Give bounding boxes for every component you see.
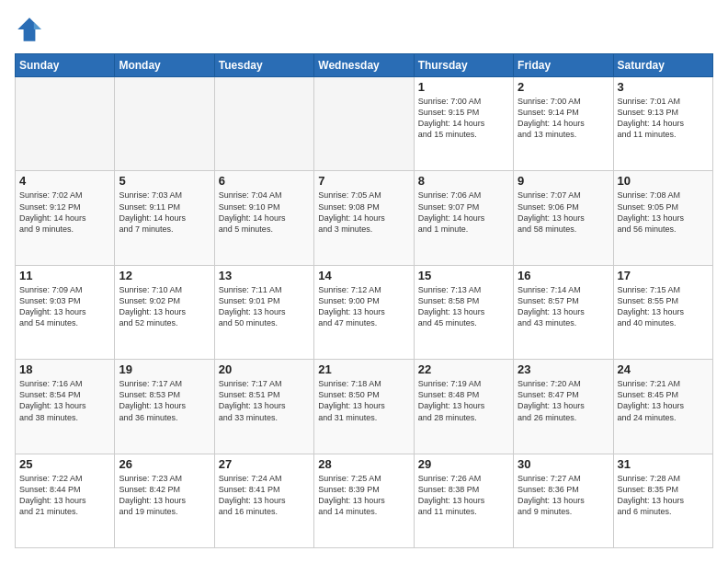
day-number: 14 [318, 269, 409, 282]
day-info: Sunrise: 7:11 AM Sunset: 9:01 PM Dayligh… [219, 284, 310, 329]
day-number: 1 [418, 80, 509, 94]
day-number: 25 [19, 457, 110, 471]
col-header-tuesday: Tuesday [214, 54, 313, 77]
day-info: Sunrise: 7:10 AM Sunset: 9:02 PM Dayligh… [119, 284, 210, 329]
day-info: Sunrise: 7:16 AM Sunset: 8:54 PM Dayligh… [19, 378, 110, 423]
page: SundayMondayTuesdayWednesdayThursdayFrid… [0, 0, 728, 563]
week-row-5: 25Sunrise: 7:22 AM Sunset: 8:44 PM Dayli… [16, 454, 713, 547]
day-info: Sunrise: 7:03 AM Sunset: 9:11 PM Dayligh… [119, 190, 210, 235]
logo-icon [15, 15, 44, 44]
day-info: Sunrise: 7:12 AM Sunset: 9:00 PM Dayligh… [318, 284, 409, 329]
day-info: Sunrise: 7:06 AM Sunset: 9:07 PM Dayligh… [418, 190, 509, 235]
day-number: 27 [219, 457, 310, 471]
day-number: 17 [618, 269, 709, 282]
day-cell: 24Sunrise: 7:21 AM Sunset: 8:45 PM Dayli… [613, 360, 712, 454]
col-header-wednesday: Wednesday [314, 54, 414, 77]
day-number: 22 [418, 362, 509, 376]
logo [15, 15, 48, 44]
day-cell: 20Sunrise: 7:17 AM Sunset: 8:51 PM Dayli… [214, 360, 313, 454]
calendar-table: SundayMondayTuesdayWednesdayThursdayFrid… [15, 53, 713, 548]
day-cell: 5Sunrise: 7:03 AM Sunset: 9:11 PM Daylig… [115, 171, 214, 265]
day-number: 4 [19, 174, 110, 188]
day-cell: 19Sunrise: 7:17 AM Sunset: 8:53 PM Dayli… [115, 360, 214, 454]
day-cell: 29Sunrise: 7:26 AM Sunset: 8:38 PM Dayli… [414, 454, 513, 547]
day-info: Sunrise: 7:09 AM Sunset: 9:03 PM Dayligh… [19, 284, 110, 329]
day-cell [115, 77, 214, 171]
header-row: SundayMondayTuesdayWednesdayThursdayFrid… [16, 54, 713, 77]
day-number: 23 [518, 362, 609, 376]
day-number: 26 [119, 457, 210, 471]
col-header-friday: Friday [514, 54, 613, 77]
day-cell: 17Sunrise: 7:15 AM Sunset: 8:55 PM Dayli… [613, 265, 712, 359]
day-number: 2 [518, 80, 609, 94]
day-info: Sunrise: 7:14 AM Sunset: 8:57 PM Dayligh… [518, 284, 609, 329]
day-cell: 27Sunrise: 7:24 AM Sunset: 8:41 PM Dayli… [214, 454, 313, 547]
day-number: 30 [518, 457, 609, 471]
col-header-thursday: Thursday [414, 54, 513, 77]
day-info: Sunrise: 7:20 AM Sunset: 8:47 PM Dayligh… [518, 378, 609, 423]
day-cell: 15Sunrise: 7:13 AM Sunset: 8:58 PM Dayli… [414, 265, 513, 359]
day-number: 12 [119, 269, 210, 282]
day-info: Sunrise: 7:00 AM Sunset: 9:15 PM Dayligh… [418, 96, 509, 141]
day-cell: 4Sunrise: 7:02 AM Sunset: 9:12 PM Daylig… [16, 171, 115, 265]
day-cell: 18Sunrise: 7:16 AM Sunset: 8:54 PM Dayli… [16, 360, 115, 454]
day-info: Sunrise: 7:26 AM Sunset: 8:38 PM Dayligh… [418, 473, 509, 518]
day-number: 31 [618, 457, 709, 471]
day-number: 9 [518, 174, 609, 188]
day-info: Sunrise: 7:23 AM Sunset: 8:42 PM Dayligh… [119, 473, 210, 518]
day-cell: 7Sunrise: 7:05 AM Sunset: 9:08 PM Daylig… [314, 171, 414, 265]
day-info: Sunrise: 7:17 AM Sunset: 8:51 PM Dayligh… [219, 378, 310, 423]
day-info: Sunrise: 7:25 AM Sunset: 8:39 PM Dayligh… [318, 473, 409, 518]
day-cell: 3Sunrise: 7:01 AM Sunset: 9:13 PM Daylig… [613, 77, 712, 171]
col-header-saturday: Saturday [613, 54, 712, 77]
day-number: 3 [618, 80, 709, 94]
day-number: 29 [418, 457, 509, 471]
week-row-2: 4Sunrise: 7:02 AM Sunset: 9:12 PM Daylig… [16, 171, 713, 265]
day-info: Sunrise: 7:15 AM Sunset: 8:55 PM Dayligh… [618, 284, 709, 329]
day-cell: 22Sunrise: 7:19 AM Sunset: 8:48 PM Dayli… [414, 360, 513, 454]
day-number: 24 [618, 362, 709, 376]
col-header-monday: Monday [115, 54, 214, 77]
day-cell: 11Sunrise: 7:09 AM Sunset: 9:03 PM Dayli… [16, 265, 115, 359]
day-number: 8 [418, 174, 509, 188]
day-cell: 2Sunrise: 7:00 AM Sunset: 9:14 PM Daylig… [514, 77, 613, 171]
day-number: 11 [19, 269, 110, 282]
day-cell: 31Sunrise: 7:28 AM Sunset: 8:35 PM Dayli… [613, 454, 712, 547]
day-cell [16, 77, 115, 171]
day-info: Sunrise: 7:07 AM Sunset: 9:06 PM Dayligh… [518, 190, 609, 235]
day-number: 10 [618, 174, 709, 188]
week-row-4: 18Sunrise: 7:16 AM Sunset: 8:54 PM Dayli… [16, 360, 713, 454]
day-cell: 12Sunrise: 7:10 AM Sunset: 9:02 PM Dayli… [115, 265, 214, 359]
day-info: Sunrise: 7:04 AM Sunset: 9:10 PM Dayligh… [219, 190, 310, 235]
day-info: Sunrise: 7:17 AM Sunset: 8:53 PM Dayligh… [119, 378, 210, 423]
day-info: Sunrise: 7:05 AM Sunset: 9:08 PM Dayligh… [318, 190, 409, 235]
day-number: 18 [19, 362, 110, 376]
day-cell: 10Sunrise: 7:08 AM Sunset: 9:05 PM Dayli… [613, 171, 712, 265]
day-info: Sunrise: 7:01 AM Sunset: 9:13 PM Dayligh… [618, 96, 709, 141]
day-cell: 28Sunrise: 7:25 AM Sunset: 8:39 PM Dayli… [314, 454, 414, 547]
day-info: Sunrise: 7:19 AM Sunset: 8:48 PM Dayligh… [418, 378, 509, 423]
day-number: 19 [119, 362, 210, 376]
day-cell [314, 77, 414, 171]
day-number: 5 [119, 174, 210, 188]
week-row-1: 1Sunrise: 7:00 AM Sunset: 9:15 PM Daylig… [16, 77, 713, 171]
day-cell [214, 77, 313, 171]
day-info: Sunrise: 7:13 AM Sunset: 8:58 PM Dayligh… [418, 284, 509, 329]
day-number: 15 [418, 269, 509, 282]
day-info: Sunrise: 7:02 AM Sunset: 9:12 PM Dayligh… [19, 190, 110, 235]
day-info: Sunrise: 7:08 AM Sunset: 9:05 PM Dayligh… [618, 190, 709, 235]
day-cell: 6Sunrise: 7:04 AM Sunset: 9:10 PM Daylig… [214, 171, 313, 265]
day-cell: 14Sunrise: 7:12 AM Sunset: 9:00 PM Dayli… [314, 265, 414, 359]
day-info: Sunrise: 7:18 AM Sunset: 8:50 PM Dayligh… [318, 378, 409, 423]
day-cell: 21Sunrise: 7:18 AM Sunset: 8:50 PM Dayli… [314, 360, 414, 454]
day-info: Sunrise: 7:21 AM Sunset: 8:45 PM Dayligh… [618, 378, 709, 423]
week-row-3: 11Sunrise: 7:09 AM Sunset: 9:03 PM Dayli… [16, 265, 713, 359]
day-info: Sunrise: 7:00 AM Sunset: 9:14 PM Dayligh… [518, 96, 609, 141]
day-cell: 25Sunrise: 7:22 AM Sunset: 8:44 PM Dayli… [16, 454, 115, 547]
day-number: 13 [219, 269, 310, 282]
day-number: 7 [318, 174, 409, 188]
day-cell: 26Sunrise: 7:23 AM Sunset: 8:42 PM Dayli… [115, 454, 214, 547]
day-cell: 30Sunrise: 7:27 AM Sunset: 8:36 PM Dayli… [514, 454, 613, 547]
day-number: 16 [518, 269, 609, 282]
day-cell: 9Sunrise: 7:07 AM Sunset: 9:06 PM Daylig… [514, 171, 613, 265]
